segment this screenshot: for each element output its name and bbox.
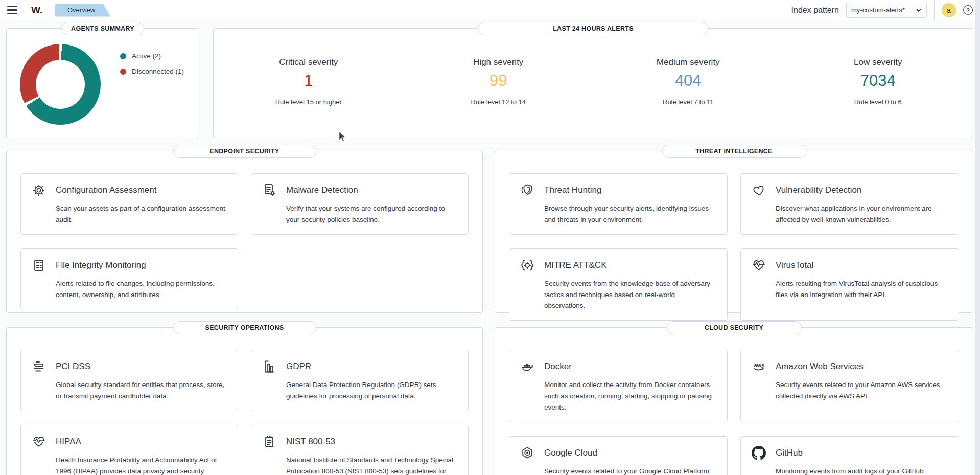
- legend-item-active[interactable]: Active (2): [120, 52, 184, 60]
- legend-label: Active (2): [132, 52, 161, 60]
- agents-summary-panel: AGENTS SUMMARY Active (2) Disconnected (…: [6, 28, 199, 138]
- document-gear-icon: [262, 183, 277, 198]
- stat-value: 1: [214, 72, 404, 90]
- stack-icon: [31, 359, 46, 374]
- card-title: Google Cloud: [544, 448, 597, 458]
- hex-nut-icon: [520, 445, 535, 461]
- help-glyph: ?: [966, 7, 970, 13]
- card-title: Docker: [544, 361, 572, 372]
- agents-summary-title: AGENTS SUMMARY: [61, 22, 144, 35]
- card-configuration-assessment[interactable]: Configuration Assessment Scan your asset…: [20, 173, 238, 235]
- card-description: Global security standard for entities th…: [56, 379, 227, 402]
- bar-chart-icon: [262, 359, 277, 374]
- index-pattern-select[interactable]: my-custom-alerts*: [846, 3, 927, 18]
- legend-label: Disconnected (1): [132, 67, 184, 75]
- card-nist-800-53[interactable]: NIST 800-53 National Institute of Standa…: [251, 425, 469, 475]
- card-title: File Integrity Monitoring: [56, 260, 146, 270]
- cloud-security-section: CLOUD SECURITY Docker Monitor and collec…: [495, 327, 973, 475]
- threat-intelligence-section: THREAT INTELLIGENCE Threat Hunting Brows…: [495, 151, 973, 313]
- stat-sub: Rule level 0 to 6: [783, 98, 973, 106]
- card-title: VirusTotal: [776, 260, 813, 270]
- card-docker[interactable]: Docker Monitor and collect the activity …: [509, 350, 728, 422]
- legend-item-disconnected[interactable]: Disconnected (1): [120, 67, 184, 75]
- index-pattern-value: my-custom-alerts*: [851, 6, 905, 14]
- stat-low-severity[interactable]: Low severity 7034 Rule level 0 to 6: [783, 57, 973, 106]
- card-hipaa[interactable]: HIPAA Health Insurance Portability and A…: [20, 425, 238, 475]
- card-description: Security events from the knowledge base …: [544, 278, 717, 312]
- card-title: HIPAA: [56, 437, 81, 447]
- security-operations-title: SECURITY OPERATIONS: [173, 321, 316, 334]
- tab-overview-label: Overview: [67, 6, 95, 14]
- agents-donut-chart: [20, 44, 101, 125]
- card-description: Health Insurance Portability and Account…: [56, 455, 227, 475]
- card-title: NIST 800-53: [286, 437, 335, 447]
- stat-label: High severity: [404, 57, 594, 67]
- braces-target-icon: [520, 258, 535, 273]
- security-operations-section: SECURITY OPERATIONS PCI DSS Global secur…: [6, 327, 483, 475]
- divider: [49, 0, 49, 20]
- stat-value: 404: [593, 72, 783, 90]
- card-description: Security events related to your Google C…: [544, 466, 717, 475]
- active-dot: [120, 53, 126, 59]
- agents-legend: Active (2) Disconnected (1): [120, 44, 184, 125]
- divider: [934, 0, 935, 20]
- index-pattern-label: Index pattern: [791, 6, 839, 15]
- card-title: GDPR: [286, 361, 311, 372]
- endpoint-security-title: ENDPOINT SECURITY: [173, 145, 316, 158]
- threat-intelligence-title: THREAT INTELLIGENCE: [662, 145, 806, 158]
- card-file-integrity-monitoring[interactable]: File Integrity Monitoring Alerts related…: [20, 248, 238, 310]
- menu-icon[interactable]: [0, 0, 25, 20]
- endpoint-security-section: ENDPOINT SECURITY Configuration Assessme…: [6, 151, 483, 313]
- card-pci-dss[interactable]: PCI DSS Global security standard for ent…: [20, 350, 238, 411]
- card-google-cloud[interactable]: Google Cloud Security events related to …: [509, 436, 728, 475]
- stat-high-severity[interactable]: High severity 99 Rule level 12 to 14: [404, 57, 594, 106]
- card-title: Amazon Web Services: [776, 361, 864, 372]
- card-description: Security events related to your Amazon A…: [776, 379, 948, 402]
- card-vulnerability-detection[interactable]: Vulnerability Detection Discover what ap…: [740, 173, 959, 235]
- heart-icon: [751, 183, 766, 198]
- gear-icon: [31, 183, 46, 198]
- card-title: Malware Detection: [286, 185, 358, 195]
- shield-icon: [520, 183, 535, 198]
- card-description: General Data Protection Regulation (GDPR…: [286, 379, 458, 402]
- aws-logo-icon: aws: [751, 359, 766, 374]
- help-icon[interactable]: ?: [963, 5, 973, 15]
- wazuh-logo[interactable]: W.: [25, 5, 49, 16]
- card-github[interactable]: GitHub Monitoring events from audit logs…: [740, 436, 959, 475]
- card-description: Discover what applications in your envir…: [776, 203, 948, 225]
- alerts-panel-title: LAST 24 HOURS ALERTS: [478, 22, 709, 35]
- top-navbar: W. Overview Index pattern my-custom-aler…: [0, 0, 980, 20]
- stat-label: Critical severity: [214, 57, 404, 67]
- stat-label: Medium severity: [593, 57, 783, 67]
- card-threat-hunting[interactable]: Threat Hunting Browse through your secur…: [509, 173, 728, 235]
- stat-medium-severity[interactable]: Medium severity 404 Rule level 7 to 11: [593, 57, 783, 106]
- card-description: Alerts related to file changes, includin…: [56, 278, 227, 301]
- card-description: Scan your assets as part of a configurat…: [56, 203, 227, 225]
- stat-sub: Rule level 15 or higher: [214, 98, 404, 106]
- clipboard-icon: [262, 434, 277, 449]
- chevron-down-icon: [916, 7, 922, 13]
- avatar-initial: a: [947, 6, 951, 14]
- vertical-scrollbar[interactable]: [975, 0, 980, 475]
- avatar[interactable]: a: [942, 3, 956, 17]
- heartbeat-icon: [751, 258, 766, 273]
- card-title: Vulnerability Detection: [776, 185, 862, 195]
- card-description: Browse through your security alerts, ide…: [544, 203, 717, 225]
- list-icon: [31, 258, 46, 273]
- card-amazon-web-services[interactable]: aws Amazon Web Services Security events …: [740, 350, 959, 422]
- card-malware-detection[interactable]: Malware Detection Verify that your syste…: [251, 173, 469, 235]
- stat-sub: Rule level 7 to 11: [593, 98, 783, 106]
- heartbeat-icon: [31, 434, 46, 449]
- card-description: Monitoring events from audit logs of you…: [776, 466, 948, 475]
- card-title: GitHub: [776, 448, 803, 458]
- tab-overview[interactable]: Overview: [55, 4, 110, 17]
- card-mitre-attack[interactable]: MITRE ATT&CK Security events from the kn…: [509, 248, 728, 321]
- stat-critical-severity[interactable]: Critical severity 1 Rule level 15 or hig…: [214, 57, 404, 106]
- card-title: Configuration Assessment: [56, 185, 157, 195]
- card-virustotal[interactable]: VirusTotal Alerts resulting from VirusTo…: [740, 248, 959, 321]
- card-gdpr[interactable]: GDPR General Data Protection Regulation …: [251, 350, 469, 411]
- card-title: PCI DSS: [56, 361, 90, 372]
- cloud-security-title: CLOUD SECURITY: [667, 321, 802, 334]
- card-description: Alerts resulting from VirusTotal analysi…: [776, 278, 948, 301]
- card-title: MITRE ATT&CK: [544, 260, 606, 270]
